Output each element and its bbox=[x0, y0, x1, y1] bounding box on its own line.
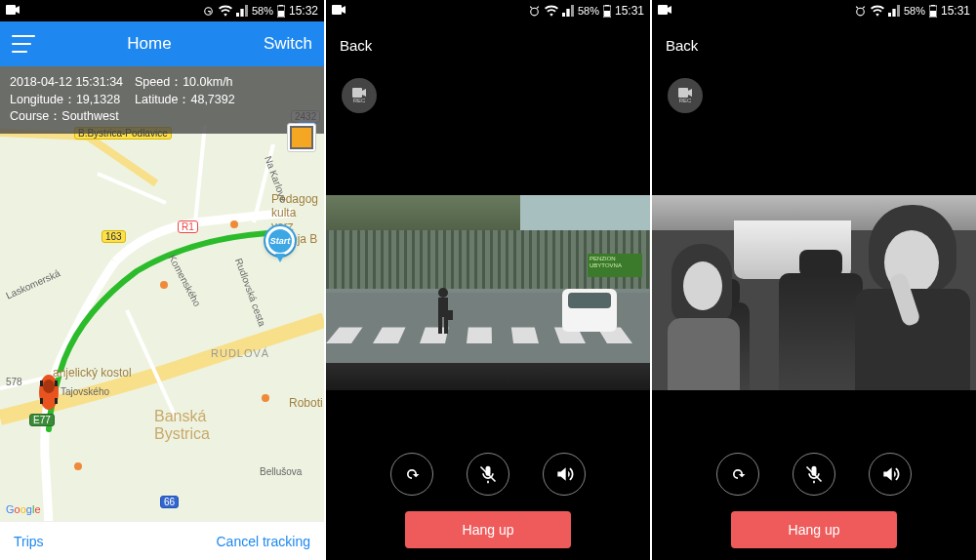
battery-percent: 58% bbox=[578, 5, 599, 17]
status-bar: 58% 15:31 bbox=[652, 0, 976, 21]
svg-rect-14 bbox=[55, 380, 58, 386]
map-city-label: Banská Bystrica bbox=[154, 408, 210, 443]
signal-icon bbox=[562, 5, 574, 17]
speaker-button[interactable] bbox=[543, 453, 586, 496]
signal-icon bbox=[888, 5, 900, 17]
svg-rect-16 bbox=[55, 398, 58, 404]
svg-rect-29 bbox=[658, 5, 668, 15]
video-feed-front[interactable]: PENZION UBYTOVNA bbox=[326, 195, 650, 390]
map-street-tajov: Tajovského bbox=[61, 386, 109, 397]
battery-icon bbox=[929, 5, 937, 18]
tracking-info-overlay: 2018-04-12 15:31:34 Speed：10.0km/h Longi… bbox=[0, 66, 324, 134]
svg-point-9 bbox=[160, 281, 168, 289]
trips-button[interactable]: Trips bbox=[14, 534, 44, 549]
hang-up-button[interactable]: Hang up bbox=[731, 511, 897, 548]
svg-rect-34 bbox=[678, 88, 688, 98]
switch-button[interactable]: Switch bbox=[264, 34, 312, 54]
road-578: 578 bbox=[6, 377, 22, 387]
switch-camera-button[interactable] bbox=[390, 453, 433, 496]
camera-icon bbox=[332, 4, 346, 18]
map-layers-button[interactable] bbox=[287, 123, 316, 152]
svg-rect-33 bbox=[930, 11, 936, 17]
road-r1: R1 bbox=[178, 220, 198, 233]
camera-icon bbox=[6, 4, 20, 18]
map-canvas[interactable]: Start Banská Bystrica RUDLOVÁ B.Bystrica… bbox=[0, 66, 324, 521]
svg-rect-0 bbox=[6, 5, 16, 15]
svg-point-12 bbox=[43, 380, 55, 393]
battery-percent: 58% bbox=[904, 5, 925, 17]
svg-rect-17 bbox=[332, 5, 342, 15]
road-66: 66 bbox=[160, 496, 179, 508]
wifi-icon bbox=[545, 5, 558, 17]
vehicle-ahead bbox=[562, 289, 617, 332]
map-street-bellus: Bellušova bbox=[260, 466, 302, 477]
passenger-left bbox=[658, 244, 750, 390]
signal-icon bbox=[236, 5, 248, 17]
screen-dashcam-front: 58% 15:31 Back REC PENZION UBYTOVNA bbox=[326, 0, 650, 560]
menu-icon[interactable] bbox=[12, 35, 35, 53]
info-latitude: 48,7392 bbox=[190, 93, 234, 106]
mute-mic-button[interactable] bbox=[793, 453, 835, 496]
info-course: Southwest bbox=[61, 109, 118, 123]
status-time: 15:31 bbox=[941, 4, 970, 18]
start-marker[interactable]: Start bbox=[265, 226, 295, 262]
battery-percent: 58% bbox=[252, 5, 273, 17]
svg-rect-2 bbox=[279, 5, 283, 6]
svg-point-7 bbox=[74, 462, 82, 470]
speaker-button[interactable] bbox=[869, 453, 912, 496]
mute-mic-button[interactable] bbox=[467, 453, 509, 496]
car-marker[interactable] bbox=[35, 367, 62, 412]
svg-rect-27 bbox=[446, 310, 453, 320]
svg-point-8 bbox=[262, 394, 269, 402]
svg-rect-32 bbox=[931, 5, 935, 6]
map-district-label: RUDLOVÁ bbox=[211, 347, 269, 359]
wifi-icon bbox=[219, 5, 232, 17]
google-attribution: Google bbox=[6, 503, 41, 515]
svg-rect-21 bbox=[604, 11, 610, 17]
road-e77: E77 bbox=[29, 414, 55, 426]
screen-dashcam-cabin: 58% 15:31 Back REC bbox=[652, 0, 976, 560]
info-speed: 10.0km/h bbox=[183, 75, 232, 89]
cancel-tracking-button[interactable]: Cancel tracking bbox=[217, 534, 311, 549]
back-button[interactable]: Back bbox=[666, 37, 698, 54]
passenger-right bbox=[849, 205, 976, 390]
battery-icon bbox=[277, 5, 285, 18]
video-feed-cabin[interactable] bbox=[652, 195, 976, 390]
road-163: 163 bbox=[102, 230, 126, 243]
screen-home: 58% 15:32 Home Switch 2018-04-12 15:31:3… bbox=[0, 0, 324, 560]
svg-rect-25 bbox=[438, 317, 442, 334]
info-datetime: 2018-04-12 15:31:34 bbox=[10, 74, 125, 92]
road-sign: PENZION UBYTOVNA bbox=[588, 254, 642, 277]
svg-point-30 bbox=[857, 8, 865, 16]
status-bar: 58% 15:31 bbox=[326, 0, 650, 21]
record-button[interactable]: REC bbox=[342, 78, 377, 113]
svg-rect-3 bbox=[278, 11, 284, 17]
map-poi-robot: Roboti bbox=[289, 396, 323, 410]
status-time: 15:31 bbox=[615, 4, 644, 18]
svg-rect-20 bbox=[605, 5, 609, 6]
battery-icon bbox=[603, 5, 611, 18]
svg-point-10 bbox=[230, 220, 238, 228]
info-longitude: 19,1328 bbox=[76, 93, 120, 106]
alarm-icon bbox=[528, 5, 541, 18]
record-button[interactable]: REC bbox=[668, 78, 703, 113]
hang-up-button[interactable]: Hang up bbox=[405, 511, 571, 548]
status-bar: 58% 15:32 bbox=[0, 0, 324, 21]
wifi-icon bbox=[871, 5, 884, 17]
bottom-bar: Trips Cancel tracking bbox=[0, 521, 324, 560]
svg-point-18 bbox=[531, 8, 539, 16]
call-controls bbox=[326, 453, 650, 496]
pedestrian bbox=[433, 287, 453, 334]
status-time: 15:32 bbox=[289, 4, 318, 18]
switch-camera-button[interactable] bbox=[716, 453, 759, 496]
map-poi-church: anjelický kostol bbox=[53, 366, 132, 380]
camera-icon bbox=[658, 4, 671, 18]
app-header: Home Switch bbox=[0, 21, 324, 66]
alarm-icon bbox=[202, 5, 215, 18]
call-controls bbox=[652, 453, 976, 496]
svg-rect-15 bbox=[40, 398, 43, 404]
back-button[interactable]: Back bbox=[340, 37, 372, 54]
svg-rect-22 bbox=[352, 88, 362, 98]
svg-point-23 bbox=[438, 288, 448, 298]
page-title: Home bbox=[127, 34, 171, 54]
